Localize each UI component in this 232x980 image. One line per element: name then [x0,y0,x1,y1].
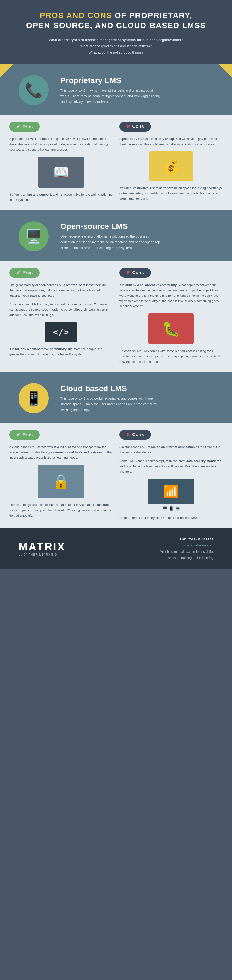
opensource-cons-content: It is built by a collaborative community… [119,283,223,365]
footer-blog: Visit blog.matrixlms.com for insightful [160,549,213,555]
code-illustration: </> [9,322,113,342]
opensource-pros-cons: ✔ Pros ✖ Cons The great majority of open… [0,261,232,372]
opensource-title: Open-source LMS [60,222,162,231]
pros-label-3: Pros [22,432,33,438]
proprietary-icon: 📞 [19,75,49,105]
cloudbased-desc: This type of LMS is powerful, adaptable,… [60,396,162,413]
opensource-pros-header: ✔ Pros [9,268,40,278]
pros-label: Pros [22,124,33,129]
opensource-cons-header: ✖ Cons [119,268,151,278]
cloudbased-pro2: The best things about choosing a cloud-b… [9,503,113,519]
proprietary-pros-header: ✔ Pros [9,121,40,132]
check-icon: ✔ [16,124,20,129]
bug-illustration: 🐛 [119,313,223,344]
cloudbased-con1: A cloud-based LMS relies on an internet … [119,444,223,455]
cloudbased-icon: 📱 [19,383,49,413]
check-icon-3: ✔ [16,432,20,438]
x-icon-3: ✖ [126,432,130,437]
cloudbased-title: Cloud-based LMS [60,384,162,393]
footer-right: LMS for Businesses www.matrixlms.com Vis… [160,536,213,561]
opensource-pro1: The great majority of open-source LMSs a… [9,283,113,299]
cloudbased-section: 📱 Cloud-based LMS This type of LMS is po… [0,372,232,423]
lock-illustration: 🔒 [9,465,113,498]
cloudbased-pros-content: A cloud-based LMS comes with low initial… [9,444,113,521]
header-subtitle: What are the types of learning managemen… [19,37,213,56]
proprietary-intro: Proprietary LMS This type of LMS may not… [60,76,162,105]
proprietary-cons-content: A proprietary LMS is not exactly cheap. … [119,137,223,203]
subtitle-line1: What are the types of learning managemen… [19,37,213,43]
proprietary-title: Proprietary LMS [60,76,162,85]
proprietary-desc: This type of LMS may not have all the be… [60,88,162,105]
money-illustration: 💰 [119,151,223,181]
cloudbased-intro: Cloud-based LMS This type of LMS is powe… [60,384,162,413]
check-icon-2: ✔ [16,270,20,275]
footer-logo: MATRIX by CYPHER LEARNING [19,541,66,556]
opensource-icon: 🖥️ [19,221,49,251]
laptop-book-illustration: 📖 [9,157,113,188]
subtitle-line2: What are the good things about each of t… [19,43,213,49]
cons-label-2: Cons [132,270,144,275]
opensource-con1: It is built by a collaborative community… [119,283,223,309]
matrix-logo: MATRIX [19,541,66,553]
cloudbased-pros-cons: ✔ Pros ✖ Cons A cloud-based LMS comes wi… [0,423,232,528]
header: PROS AND CONS OF PROPRIETARY,OPEN-SOURCE… [0,0,232,64]
cloudbased-pros-header: ✔ Pros [9,430,40,440]
subtitle-line3: What about the not so good things? [19,49,213,56]
title-highlight: PROS AND CONS [40,11,112,20]
proprietary-cons-header: ✖ Cons [119,121,151,132]
cloudbased-pro1: A cloud-based LMS comes with low initial… [9,444,113,460]
proprietary-pros-cons: ✔ Pros ✖ Cons A proprietary LMS is relia… [0,115,232,210]
proprietary-pro1: A proprietary LMS is reliable. It might … [9,137,113,153]
proprietary-con1: A proprietary LMS is not exactly cheap. … [119,137,223,147]
cons-label: Cons [132,124,144,129]
footer-url: www.matrixlms.com [160,542,213,549]
cons-label-3: Cons [132,432,144,437]
proprietary-section: 📞 Proprietary LMS This type of LMS may n… [0,64,232,115]
footer-blog2: posts on training and e-learning [160,555,213,561]
pros-label-2: Pros [22,270,33,275]
header-title: PROS AND CONS OF PROPRIETARY,OPEN-SOURCE… [19,10,213,30]
cloudbased-cons-header: ✖ Cons [119,430,151,439]
opensource-desc: Open-source learning platforms revolutio… [60,234,162,251]
wifi-illustration: 📶 🖥️📱💻 [119,479,223,511]
cloudbased-cons-content: A cloud-based LMS relies on an internet … [119,444,223,521]
opensource-pro3: It is built by a collaborative community… [9,347,113,357]
cloudbased-con2: Some LMS vendors don't comply with the l… [119,458,223,474]
proprietary-pro2: It offers training and support, and it's… [9,192,113,203]
opensource-pros-content: The great majority of open-source LMSs a… [9,283,113,365]
opensource-intro: Open-source LMS Open-source learning pla… [60,222,162,251]
opensource-con2: An open-source LMS comes with some hidde… [119,348,223,364]
opensource-pro2: An open-source LMS is easy to use and al… [9,302,113,318]
x-icon-2: ✖ [126,270,130,275]
opensource-section: 🖥️ Open-source LMS Open-source learning … [0,210,232,261]
footer-byline: by CYPHER LEARNING [19,553,66,556]
proprietary-pros-content: A proprietary LMS is reliable. It might … [9,137,113,203]
footer: MATRIX by CYPHER LEARNING LMS for Busine… [0,528,232,569]
footer-right-label: LMS for Businesses [160,536,213,542]
cloudbased-con3: So there aren't that many cons about clo… [119,515,223,521]
proprietary-con2: It's rather restrictive. Users don't hav… [119,186,223,202]
x-icon: ✖ [126,124,130,129]
